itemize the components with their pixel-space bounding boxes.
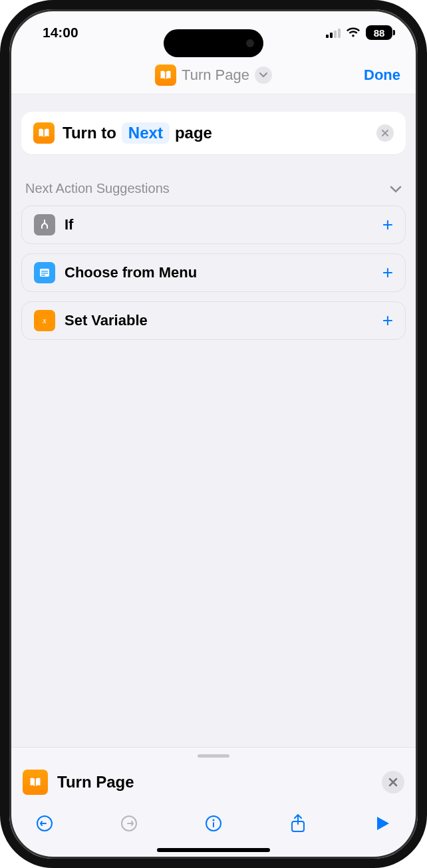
suggestion-set-variable[interactable]: x Set Variable + [21, 301, 406, 340]
home-indicator[interactable] [157, 848, 270, 852]
action-text-prefix: Turn to [63, 124, 116, 142]
svg-rect-3 [41, 275, 45, 276]
suggestion-label: If [65, 216, 373, 233]
redo-button [118, 812, 140, 835]
direction-parameter[interactable]: Next [122, 122, 170, 144]
if-icon [34, 214, 55, 235]
add-suggestion-icon[interactable]: + [382, 262, 393, 283]
books-app-icon [155, 65, 176, 86]
books-action-icon [33, 122, 55, 144]
svg-rect-1 [41, 271, 48, 272]
menu-icon [34, 262, 55, 283]
collapse-suggestions-button[interactable] [390, 181, 402, 196]
nav-title: Turn Page [182, 67, 249, 84]
dynamic-island [164, 29, 263, 57]
run-button[interactable] [371, 812, 394, 835]
suggestion-choose-menu[interactable]: Choose from Menu + [21, 253, 406, 292]
svg-text:x: x [42, 315, 47, 325]
undo-button[interactable] [33, 812, 56, 835]
wifi-icon [346, 27, 360, 38]
variable-icon: x [34, 310, 55, 331]
add-suggestion-icon[interactable]: + [382, 310, 393, 331]
suggestion-label: Choose from Menu [65, 264, 373, 281]
panel-grabber[interactable] [198, 754, 229, 758]
action-text-suffix: page [175, 124, 212, 142]
cell-signal-icon [326, 28, 341, 38]
add-suggestion-icon[interactable]: + [382, 214, 393, 235]
nav-bar: Turn Page Done [9, 56, 418, 94]
suggestions-header: Next Action Suggestions [25, 181, 170, 196]
bottom-panel: Turn Page [9, 747, 418, 859]
status-time: 14:00 [43, 25, 78, 41]
share-button[interactable] [287, 812, 309, 835]
panel-close-button[interactable] [382, 771, 404, 794]
bottom-toolbar [23, 807, 404, 841]
action-card-turn-page[interactable]: Turn to Next page [21, 112, 406, 154]
suggestion-if[interactable]: If + [21, 206, 406, 244]
svg-point-8 [213, 819, 215, 821]
title-menu-button[interactable] [255, 67, 272, 84]
svg-rect-9 [213, 822, 214, 827]
panel-title: Turn Page [57, 773, 372, 792]
battery-indicator: 88 [366, 25, 392, 40]
done-button[interactable]: Done [364, 67, 400, 84]
info-button[interactable] [202, 812, 225, 835]
suggestion-label: Set Variable [65, 312, 373, 329]
clear-action-button[interactable] [376, 124, 394, 142]
svg-rect-2 [41, 273, 48, 274]
editor-content: Turn to Next page Next Action Suggestion… [9, 94, 418, 747]
panel-books-icon [23, 770, 48, 795]
